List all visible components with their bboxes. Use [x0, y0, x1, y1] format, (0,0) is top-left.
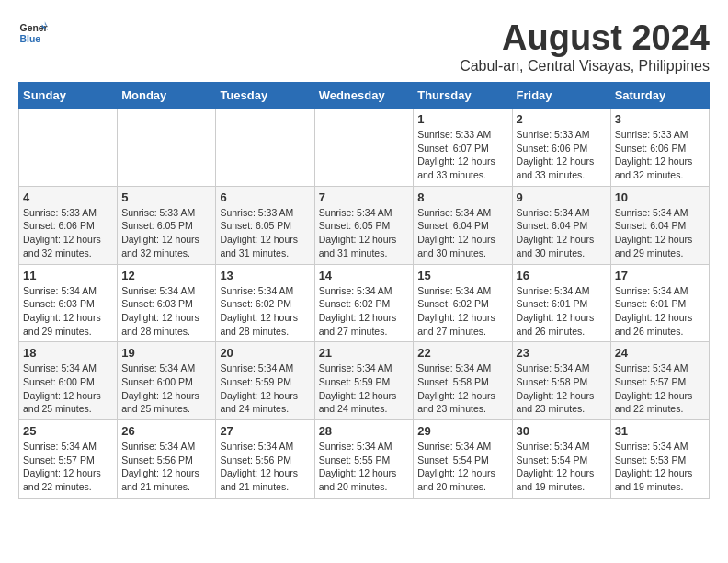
day-info: Sunrise: 5:33 AM Sunset: 6:05 PM Dayligh… [121, 206, 211, 260]
calendar-cell: 22Sunrise: 5:34 AM Sunset: 5:58 PM Dayli… [414, 342, 512, 420]
day-info: Sunrise: 5:34 AM Sunset: 6:04 PM Dayligh… [615, 206, 705, 260]
calendar-cell: 9Sunrise: 5:34 AM Sunset: 6:04 PM Daylig… [512, 186, 610, 264]
calendar-cell: 5Sunrise: 5:33 AM Sunset: 6:05 PM Daylig… [118, 186, 216, 264]
calendar-cell [216, 109, 314, 187]
day-info: Sunrise: 5:34 AM Sunset: 6:00 PM Dayligh… [121, 362, 211, 416]
calendar-cell: 18Sunrise: 5:34 AM Sunset: 6:00 PM Dayli… [19, 342, 118, 420]
week-row-3: 18Sunrise: 5:34 AM Sunset: 6:00 PM Dayli… [19, 342, 710, 420]
calendar-cell: 12Sunrise: 5:34 AM Sunset: 6:03 PM Dayli… [118, 264, 216, 342]
day-info: Sunrise: 5:34 AM Sunset: 6:00 PM Dayligh… [23, 362, 113, 416]
day-number: 17 [615, 269, 705, 282]
day-number: 16 [517, 269, 607, 282]
calendar-cell: 6Sunrise: 5:33 AM Sunset: 6:05 PM Daylig… [216, 186, 314, 264]
calendar-cell: 16Sunrise: 5:34 AM Sunset: 6:01 PM Dayli… [512, 264, 610, 342]
day-number: 31 [615, 424, 705, 438]
calendar-cell: 29Sunrise: 5:34 AM Sunset: 5:54 PM Dayli… [414, 420, 512, 499]
calendar-cell [19, 109, 118, 187]
day-info: Sunrise: 5:34 AM Sunset: 6:05 PM Dayligh… [319, 206, 410, 260]
day-info: Sunrise: 5:34 AM Sunset: 6:03 PM Dayligh… [23, 284, 113, 339]
day-info: Sunrise: 5:34 AM Sunset: 5:59 PM Dayligh… [319, 362, 410, 416]
day-number: 9 [517, 190, 607, 204]
day-number: 26 [121, 424, 211, 438]
day-number: 30 [517, 424, 607, 438]
calendar-cell: 15Sunrise: 5:34 AM Sunset: 6:02 PM Dayli… [414, 264, 512, 342]
calendar-header-row: SundayMondayTuesdayWednesdayThursdayFrid… [19, 83, 710, 109]
calendar-cell [118, 109, 216, 187]
day-number: 10 [615, 190, 705, 204]
svg-text:Blue: Blue [20, 34, 41, 44]
day-header-tuesday: Tuesday [216, 83, 314, 109]
day-info: Sunrise: 5:34 AM Sunset: 5:57 PM Dayligh… [23, 440, 113, 494]
calendar-cell: 8Sunrise: 5:34 AM Sunset: 6:04 PM Daylig… [414, 186, 512, 264]
calendar-cell [314, 109, 414, 187]
day-number: 13 [220, 269, 310, 282]
day-info: Sunrise: 5:34 AM Sunset: 5:55 PM Dayligh… [319, 440, 410, 494]
day-info: Sunrise: 5:34 AM Sunset: 5:54 PM Dayligh… [417, 440, 507, 494]
day-header-thursday: Thursday [414, 83, 512, 109]
day-header-wednesday: Wednesday [314, 83, 414, 109]
day-info: Sunrise: 5:34 AM Sunset: 6:03 PM Dayligh… [121, 284, 211, 339]
calendar-cell: 24Sunrise: 5:34 AM Sunset: 5:57 PM Dayli… [610, 342, 709, 420]
day-number: 27 [220, 424, 310, 438]
day-header-sunday: Sunday [19, 83, 118, 109]
day-info: Sunrise: 5:34 AM Sunset: 6:01 PM Dayligh… [615, 284, 705, 339]
location-subtitle: Cabul-an, Central Visayas, Philippines [460, 58, 710, 75]
day-number: 8 [417, 190, 507, 204]
day-number: 6 [220, 190, 310, 204]
day-info: Sunrise: 5:34 AM Sunset: 6:04 PM Dayligh… [517, 206, 607, 260]
day-header-saturday: Saturday [610, 83, 709, 109]
page-header: General Blue General Blue August 2024 Ca… [18, 18, 710, 75]
calendar-cell: 28Sunrise: 5:34 AM Sunset: 5:55 PM Dayli… [314, 420, 414, 499]
calendar-cell: 7Sunrise: 5:34 AM Sunset: 6:05 PM Daylig… [314, 186, 414, 264]
day-number: 11 [23, 269, 113, 282]
day-number: 28 [319, 424, 410, 438]
week-row-0: 1Sunrise: 5:33 AM Sunset: 6:07 PM Daylig… [19, 109, 710, 187]
day-number: 1 [417, 112, 507, 126]
logo-icon: General Blue [18, 18, 48, 48]
day-info: Sunrise: 5:33 AM Sunset: 6:07 PM Dayligh… [417, 128, 507, 182]
week-row-4: 25Sunrise: 5:34 AM Sunset: 5:57 PM Dayli… [19, 420, 710, 499]
day-number: 7 [319, 190, 410, 204]
title-section: August 2024 Cabul-an, Central Visayas, P… [460, 18, 710, 75]
svg-text:General: General [20, 23, 48, 33]
day-info: Sunrise: 5:33 AM Sunset: 6:06 PM Dayligh… [23, 206, 113, 260]
calendar-cell: 21Sunrise: 5:34 AM Sunset: 5:59 PM Dayli… [314, 342, 414, 420]
day-info: Sunrise: 5:33 AM Sunset: 6:06 PM Dayligh… [517, 128, 607, 182]
calendar-cell: 30Sunrise: 5:34 AM Sunset: 5:54 PM Dayli… [512, 420, 610, 499]
month-year-title: August 2024 [460, 18, 710, 58]
day-number: 29 [417, 424, 507, 438]
day-number: 15 [417, 269, 507, 282]
day-info: Sunrise: 5:34 AM Sunset: 5:58 PM Dayligh… [417, 362, 507, 416]
calendar-cell: 19Sunrise: 5:34 AM Sunset: 6:00 PM Dayli… [118, 342, 216, 420]
calendar-cell: 13Sunrise: 5:34 AM Sunset: 6:02 PM Dayli… [216, 264, 314, 342]
day-info: Sunrise: 5:34 AM Sunset: 6:04 PM Dayligh… [417, 206, 507, 260]
day-info: Sunrise: 5:34 AM Sunset: 6:02 PM Dayligh… [319, 284, 410, 339]
logo: General Blue General Blue [18, 18, 48, 48]
calendar-cell: 25Sunrise: 5:34 AM Sunset: 5:57 PM Dayli… [19, 420, 118, 499]
day-info: Sunrise: 5:34 AM Sunset: 5:56 PM Dayligh… [121, 440, 211, 494]
day-number: 2 [517, 112, 607, 126]
day-info: Sunrise: 5:34 AM Sunset: 6:02 PM Dayligh… [417, 284, 507, 339]
calendar-cell: 27Sunrise: 5:34 AM Sunset: 5:56 PM Dayli… [216, 420, 314, 499]
calendar-cell: 1Sunrise: 5:33 AM Sunset: 6:07 PM Daylig… [414, 109, 512, 187]
calendar-cell: 2Sunrise: 5:33 AM Sunset: 6:06 PM Daylig… [512, 109, 610, 187]
day-number: 5 [121, 190, 211, 204]
calendar-cell: 17Sunrise: 5:34 AM Sunset: 6:01 PM Dayli… [610, 264, 709, 342]
day-info: Sunrise: 5:34 AM Sunset: 5:59 PM Dayligh… [220, 362, 310, 416]
day-number: 20 [220, 346, 310, 360]
calendar-table: SundayMondayTuesdayWednesdayThursdayFrid… [18, 82, 710, 499]
day-info: Sunrise: 5:33 AM Sunset: 6:05 PM Dayligh… [220, 206, 310, 260]
day-info: Sunrise: 5:33 AM Sunset: 6:06 PM Dayligh… [615, 128, 705, 182]
calendar-cell: 10Sunrise: 5:34 AM Sunset: 6:04 PM Dayli… [610, 186, 709, 264]
calendar-cell: 14Sunrise: 5:34 AM Sunset: 6:02 PM Dayli… [314, 264, 414, 342]
day-info: Sunrise: 5:34 AM Sunset: 5:58 PM Dayligh… [517, 362, 607, 416]
calendar-cell: 11Sunrise: 5:34 AM Sunset: 6:03 PM Dayli… [19, 264, 118, 342]
day-number: 23 [517, 346, 607, 360]
day-info: Sunrise: 5:34 AM Sunset: 6:02 PM Dayligh… [220, 284, 310, 339]
day-number: 18 [23, 346, 113, 360]
day-info: Sunrise: 5:34 AM Sunset: 5:56 PM Dayligh… [220, 440, 310, 494]
day-number: 22 [417, 346, 507, 360]
day-header-monday: Monday [118, 83, 216, 109]
day-number: 24 [615, 346, 705, 360]
calendar-cell: 3Sunrise: 5:33 AM Sunset: 6:06 PM Daylig… [610, 109, 709, 187]
